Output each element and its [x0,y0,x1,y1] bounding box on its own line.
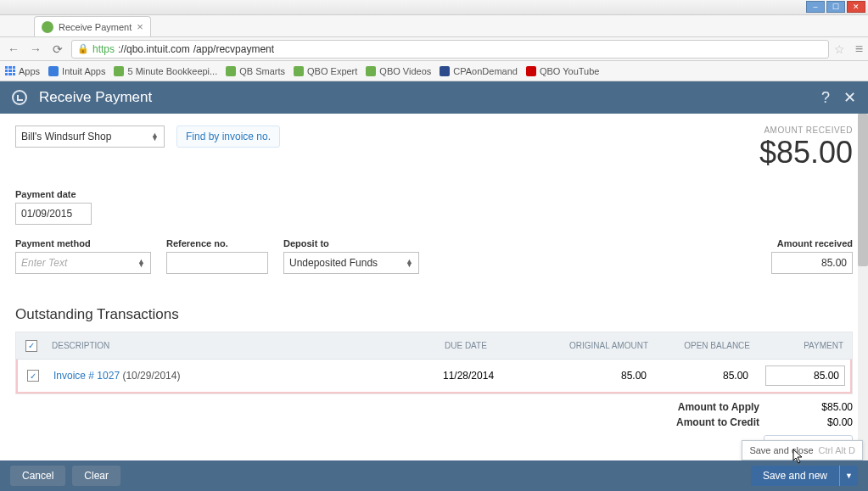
row-due-date: 11/28/2014 [443,370,528,382]
bookmark-label: Intuit Apps [62,66,105,76]
amount-to-credit-value: $0.00 [793,416,853,428]
url-scheme: https [92,43,115,55]
amount-received-input[interactable]: 85.00 [771,252,853,274]
browser-tabstrip: Receive Payment × [0,15,868,37]
favicon [114,66,124,76]
qbo-favicon [42,21,53,33]
customer-select[interactable]: Bill's Windsurf Shop ▲▼ [15,126,165,148]
url-host: ://qbo.intuit.com [118,43,190,55]
close-panel-icon[interactable]: ✕ [843,88,856,107]
window-minimize-button[interactable]: – [806,1,825,13]
app-header: Receive Payment ? ✕ [0,81,868,114]
forward-button[interactable]: → [27,41,44,58]
payment-method-placeholder: Enter Text [21,257,67,269]
save-and-new-button[interactable]: Save and new [751,466,839,486]
find-by-invoice-link[interactable]: Find by invoice no. [176,126,280,148]
amount-received-field-label: Amount received [771,238,853,248]
scrollbar-thumb[interactable] [858,114,868,266]
payment-date-label: Payment date [15,189,92,199]
invoice-date: (10/29/2014) [122,370,180,382]
window-close-button[interactable]: ✕ [847,1,865,13]
lock-icon: 🔒 [77,43,89,54]
save-and-close-menu-item[interactable]: Save and close Ctrl Alt D [742,440,863,460]
amount-to-apply-value: $85.00 [793,401,853,413]
cancel-button[interactable]: Cancel [10,466,65,486]
reload-button[interactable]: ⟳ [49,41,66,58]
select-all-checkbox[interactable]: ✓ [25,340,37,352]
deposit-to-value: Undeposited Funds [289,257,378,269]
summary-block: Amount to Apply $85.00 Amount to Credit … [15,401,853,428]
bookmark-item[interactable]: CPAonDemand [440,66,518,76]
amount-to-credit-label: Amount to Credit [676,416,759,428]
scrollbar-track[interactable] [858,114,868,460]
save-dropdown-toggle[interactable]: ▼ [839,466,858,486]
updown-icon: ▲▼ [137,259,145,266]
bookmark-label: 5 Minute Bookkeepi... [127,66,217,76]
table-header: ✓ DESCRIPTION DUE DATE ORIGINAL AMOUNT O… [16,332,852,360]
row-description: Invoice # 1027 (10/29/2014) [48,370,443,382]
clear-button[interactable]: Clear [72,466,120,486]
history-icon[interactable] [12,90,27,105]
tab-title: Receive Payment [59,22,132,32]
row-checkbox[interactable]: ✓ [27,370,39,382]
invoice-link[interactable]: Invoice # 1027 [53,370,120,382]
save-and-close-label: Save and close [749,445,813,455]
favicon [294,66,304,76]
bookmark-label: QBO Expert [307,66,357,76]
row-payment-input[interactable] [765,365,845,386]
col-due-date: DUE DATE [445,341,529,350]
page-title: Receive Payment [39,89,152,106]
bookmark-item[interactable]: QBO Expert [294,66,357,76]
payment-method-select[interactable]: Enter Text ▲▼ [15,252,151,274]
browser-toolbar: ← → ⟳ 🔒 https://qbo.intuit.com/app/recvp… [0,37,868,61]
os-window-titlebar: – ☐ ✕ [0,0,868,15]
row-original-amount: 85.00 [528,370,655,382]
address-bar[interactable]: 🔒 https://qbo.intuit.com/app/recvpayment [71,40,829,59]
bookmark-apps[interactable]: Apps [5,66,40,76]
bookmark-item[interactable]: QBO Videos [366,66,431,76]
payment-method-label: Payment method [15,238,151,248]
window-controls: – ☐ ✕ [806,1,865,13]
amount-received-value: $85.00 [759,135,853,170]
updown-icon: ▲▼ [406,259,413,266]
col-description: DESCRIPTION [47,341,445,350]
reference-no-input[interactable] [166,252,268,274]
deposit-to-label: Deposit to [283,238,419,248]
apps-grid-icon [5,66,15,76]
favicon [48,66,59,76]
bookmark-label: QBO YouTube [540,66,600,76]
bookmark-label: Apps [19,66,40,76]
save-split-button: Save and new ▼ [751,466,858,486]
reference-no-label: Reference no. [166,238,268,248]
main-content: Bill's Windsurf Shop ▲▼ Find by invoice … [0,114,868,460]
amount-received-display: AMOUNT RECEIVED $85.00 [759,126,853,170]
favicon [366,66,376,76]
url-path: /app/recvpayment [193,43,274,55]
bookmark-item[interactable]: QBO YouTube [526,66,600,76]
amount-to-apply-label: Amount to Apply [678,401,759,413]
deposit-to-select[interactable]: Undeposited Funds ▲▼ [283,252,419,274]
favicon [226,66,236,76]
browser-menu-icon[interactable]: ≡ [855,42,863,57]
col-open-balance: OPEN BALANCE [657,341,759,350]
table-row: ✓ Invoice # 1027 (10/29/2014) 11/28/2014… [16,360,852,393]
col-original-amount: ORIGINAL AMOUNT [529,341,657,350]
favicon [526,66,536,76]
help-icon[interactable]: ? [821,89,830,107]
customer-select-value: Bill's Windsurf Shop [21,131,111,142]
save-and-close-shortcut: Ctrl Alt D [819,445,855,455]
payment-date-input[interactable]: 01/09/2015 [15,203,92,225]
footer-bar: Cancel Clear Save and new ▼ [0,460,868,491]
amount-received-label: AMOUNT RECEIVED [759,126,853,135]
bookmark-item[interactable]: QB Smarts [226,66,285,76]
tab-close-icon[interactable]: × [137,20,143,33]
bookmark-label: QBO Videos [379,66,431,76]
bookmarks-bar: Apps Intuit Apps 5 Minute Bookkeepi... Q… [0,61,868,81]
bookmark-star-icon[interactable]: ☆ [834,42,845,56]
updown-icon: ▲▼ [151,133,159,140]
bookmark-item[interactable]: 5 Minute Bookkeepi... [114,66,217,76]
window-maximize-button[interactable]: ☐ [826,1,845,13]
browser-tab-active[interactable]: Receive Payment × [34,16,151,36]
bookmark-item[interactable]: Intuit Apps [48,66,105,76]
back-button[interactable]: ← [5,41,22,58]
